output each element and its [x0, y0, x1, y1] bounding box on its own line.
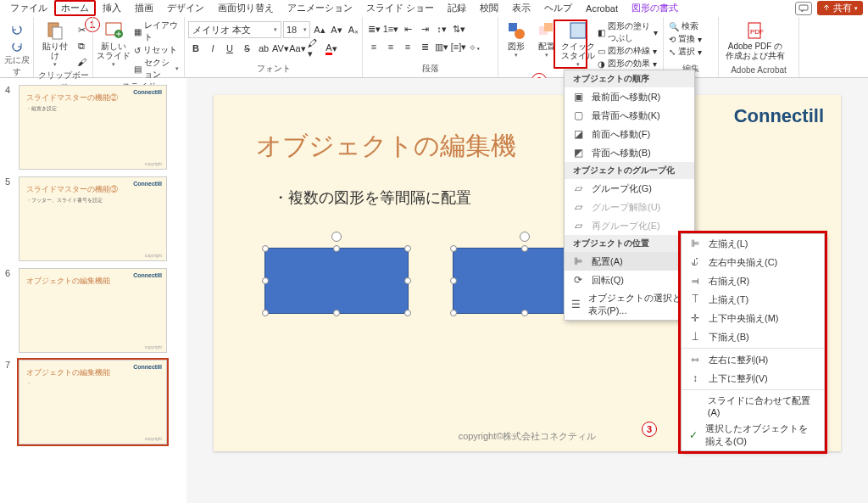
align-to-slide-item[interactable]: スライドに合わせて配置(A)	[682, 392, 824, 420]
align-text-icon[interactable]: [≡]▾	[451, 39, 466, 54]
menu-record[interactable]: 記録	[441, 1, 473, 15]
menu-transitions[interactable]: 画面切り替え	[211, 1, 281, 15]
slide-thumbnail[interactable]: Connectill オブジェクトの編集機能 copyright	[19, 268, 167, 353]
copy-icon[interactable]: ⧉	[74, 38, 89, 53]
replace-icon: ⟲	[669, 35, 676, 44]
align-submenu-item[interactable]: ⊫配置(A)▸	[565, 252, 694, 271]
distribute-vert-item[interactable]: ↕上下に整列(V)	[682, 369, 824, 388]
menu-slideshow[interactable]: スライド ショー	[359, 1, 441, 15]
adobe-pdf-button[interactable]: PDF Adobe PDF の作成および共有	[722, 19, 788, 62]
text-direction-icon[interactable]: ⇅▾	[451, 21, 466, 36]
send-backward-icon: ◩	[571, 146, 585, 159]
slide-thumbnail-pane[interactable]: 4 Connectill スライドマスターの機能② ・縦置き設定 copyrig…	[0, 78, 186, 503]
align-top-icon: ⟙	[688, 293, 702, 306]
slide-thumbnail[interactable]: Connectill スライドマスターの機能③ ・フッター、スライド番号を設定 …	[19, 176, 167, 261]
regroup-item: ▱再グループ化(E)	[565, 216, 694, 235]
indent-dec-icon[interactable]: ⇤	[400, 21, 415, 36]
section-button[interactable]: ▤セクション▾	[132, 57, 181, 81]
menu-view[interactable]: 表示	[505, 1, 537, 15]
align-left-icon[interactable]: ≡	[366, 39, 381, 54]
align-top-item[interactable]: ⟙上揃え(T)	[682, 290, 824, 309]
slide-thumbnail[interactable]: Connectill オブジェクトの編集機能 ・ copyright	[19, 360, 167, 444]
strike-icon[interactable]: S̶	[239, 41, 254, 56]
select-icon: ⤡	[669, 48, 676, 57]
distribute-horiz-item[interactable]: ⇿左右に整列(H)	[682, 350, 824, 369]
callout-3: 3	[642, 422, 657, 437]
bring-forward-item[interactable]: ◪前面へ移動(F)	[565, 125, 694, 143]
find-button[interactable]: 🔍検索	[667, 20, 704, 32]
indent-inc-icon[interactable]: ⇥	[417, 21, 432, 36]
cut-icon[interactable]: ✂	[74, 22, 89, 37]
rotate-submenu-item[interactable]: ⟳回転(Q)▸	[565, 271, 694, 289]
spacing-icon[interactable]: AV▾	[273, 41, 288, 56]
align-left-item[interactable]: ⊫左揃え(L)	[682, 234, 824, 253]
align-bottom-item[interactable]: ⟘下揃え(B)	[682, 327, 824, 346]
change-case-icon[interactable]: Aa▾	[290, 41, 305, 56]
menu-insert[interactable]: 挿入	[96, 1, 128, 15]
undo-icon[interactable]	[9, 22, 25, 37]
increase-font-icon[interactable]: A▴	[312, 22, 327, 37]
menu-acrobat[interactable]: Acrobat	[579, 3, 625, 14]
align-middle-item[interactable]: ✛上下中央揃え(M)	[682, 309, 824, 327]
thumb-num: 4	[5, 85, 14, 170]
format-painter-icon[interactable]: 🖌	[74, 54, 89, 70]
rotate-icon: ⟳	[571, 273, 585, 287]
new-slide-button[interactable]: 新しい スライド▾	[97, 19, 131, 70]
line-spacing-icon[interactable]: ↕▾	[434, 21, 449, 36]
shape-effects-button[interactable]: ◑図形の効果▾	[596, 58, 659, 70]
clear-format-icon[interactable]: Aₓ	[346, 22, 361, 37]
menu-file[interactable]: ファイル	[3, 1, 54, 15]
shapes-button[interactable]: 図形▾	[502, 19, 531, 60]
font-color-icon[interactable]: A▾	[324, 41, 339, 56]
align-right-item[interactable]: ⫤右揃え(R)	[682, 271, 824, 290]
selected-shape[interactable]	[264, 248, 409, 314]
shape-fill-button[interactable]: ◧図形の塗りつぶし▾	[596, 20, 659, 44]
align-selected-item[interactable]: ✓選択したオブジェクトを揃える(O)	[682, 420, 824, 450]
layout-button[interactable]: ▦レイアウト	[132, 20, 181, 43]
comments-icon[interactable]	[795, 2, 812, 15]
paste-button[interactable]: 貼り付け▾	[37, 19, 72, 70]
send-to-back-item[interactable]: ▢最背面へ移動(K)	[565, 106, 694, 125]
columns-icon[interactable]: ▥▾	[434, 39, 449, 54]
font-name-combo[interactable]: メイリオ 本文▾	[188, 21, 281, 38]
effects-icon: ◑	[598, 59, 605, 69]
numbering-icon[interactable]: 1≡▾	[383, 21, 398, 36]
menu-help[interactable]: ヘルプ	[537, 1, 579, 15]
shadow-icon[interactable]: ab	[256, 41, 271, 56]
shape-outline-button[interactable]: ▭図形の枠線▾	[596, 45, 659, 57]
slide-thumbnail[interactable]: Connectill スライドマスターの機能② ・縦置き設定 copyright	[19, 85, 167, 170]
menu-home[interactable]: ホーム	[54, 0, 96, 16]
menu-draw[interactable]: 描画	[128, 1, 160, 15]
menu-animations[interactable]: アニメーション	[281, 1, 359, 15]
align-center-icon[interactable]: ≡	[383, 39, 398, 54]
justify-icon[interactable]: ≣	[417, 39, 432, 54]
highlight-icon[interactable]: 🖍▾	[307, 41, 322, 56]
smartart-icon[interactable]: ⟐▾	[468, 39, 483, 54]
italic-icon[interactable]: I	[205, 41, 220, 56]
send-backward-item[interactable]: ◩背面へ移動(B)	[565, 143, 694, 162]
bring-forward-icon: ◪	[571, 127, 585, 141]
align-right-icon[interactable]: ≡	[400, 39, 415, 54]
paragraph-label: 段落	[366, 63, 494, 75]
decrease-font-icon[interactable]: A▾	[329, 22, 344, 37]
select-button[interactable]: ⤡選択▾	[667, 46, 704, 58]
menu-design[interactable]: デザイン	[160, 1, 211, 15]
bullets-icon[interactable]: ≣▾	[366, 21, 381, 36]
reset-button[interactable]: ↺リセット	[132, 44, 181, 56]
share-button[interactable]: 共有 ▾	[817, 1, 863, 15]
group-item[interactable]: ▱グループ化(G)	[565, 179, 694, 198]
replace-button[interactable]: ⟲置換▾	[667, 33, 704, 45]
align-center-icon: ⫝̸	[688, 255, 702, 269]
menu-review[interactable]: 校閲	[473, 1, 505, 15]
bold-icon[interactable]: B	[188, 41, 203, 56]
menu-shape-format[interactable]: 図形の書式	[625, 1, 685, 15]
selection-pane-item[interactable]: ☰オブジェクトの選択と表示(P)...	[565, 289, 694, 320]
underline-icon[interactable]: U	[222, 41, 237, 56]
shapes-icon	[506, 20, 526, 41]
bring-to-front-item[interactable]: ▣最前面へ移動(R)	[565, 87, 694, 106]
align-center-item[interactable]: ⫝̸左右中央揃え(C)	[682, 253, 824, 271]
font-size-combo[interactable]: 18▾	[283, 21, 310, 38]
svg-text:PDF: PDF	[750, 28, 764, 36]
svg-rect-5	[509, 23, 517, 31]
redo-icon[interactable]	[9, 39, 25, 54]
